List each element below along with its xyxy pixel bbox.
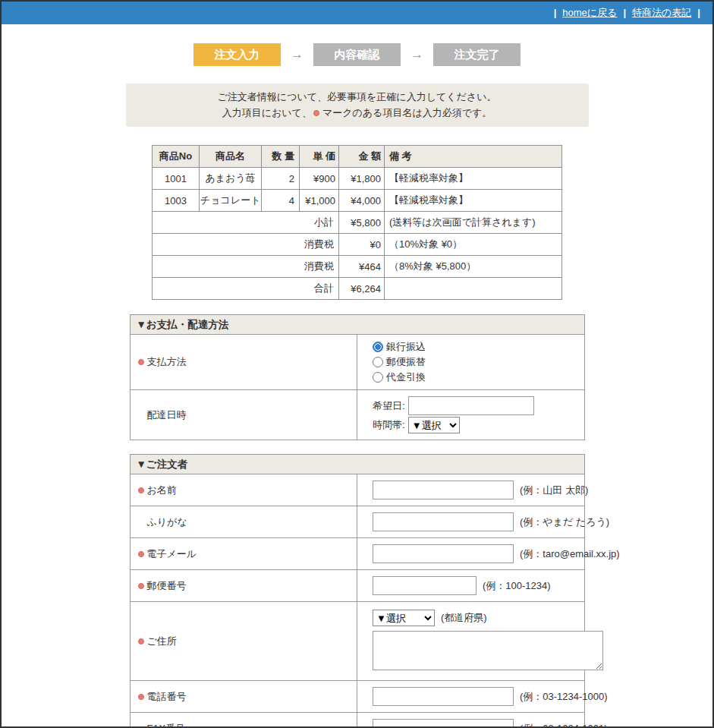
summary-label: 消費税	[153, 256, 339, 278]
step-order-input: 注文入力	[193, 43, 281, 66]
summary-amount: ¥5,800	[339, 212, 385, 234]
summary-amount: ¥464	[339, 256, 385, 278]
order-item-row: 1003チョコレート4¥1,000¥4,000【軽減税率対象】	[153, 190, 562, 212]
item-qty: 4	[262, 190, 300, 212]
address-cell: ▼選択(都道府県)	[357, 602, 585, 681]
furigana-label: ふりがな	[130, 506, 357, 538]
summary-label: 消費税	[153, 234, 339, 256]
step-arrow-icon: →	[410, 47, 423, 62]
radio-button[interactable]	[373, 357, 383, 367]
separator: |	[697, 7, 700, 18]
payment-option-label: 代金引換	[386, 370, 426, 385]
email-cell: (例：taro@email.xx.jp)	[357, 538, 585, 570]
required-mark-icon	[138, 487, 144, 493]
summary-label: 合計	[153, 278, 339, 300]
fax-label: FAX番号	[130, 713, 357, 728]
postal-label: 郵便番号	[130, 570, 357, 602]
name-cell: (例：山田 太郎)	[357, 474, 585, 506]
name-example-hint: (例：山田 太郎)	[520, 484, 588, 497]
postal-cell: (例：100-1234)	[357, 570, 585, 602]
summary-note: （8%対象 ¥5,800）	[385, 256, 562, 278]
address-textarea[interactable]	[373, 631, 603, 670]
step-arrow-icon: →	[291, 47, 304, 62]
link-tokushoho[interactable]: 特商法の表記	[632, 7, 691, 18]
payment-method-label: 支払方法	[130, 335, 357, 390]
payment-option-label: 銀行振込	[386, 339, 426, 355]
notice-line2: 入力項目において、マークのある項目名は入力必須です。	[126, 105, 589, 121]
step-indicator: 注文入力 → 内容確認 → 注文完了	[2, 43, 712, 66]
radio-button[interactable]	[373, 342, 383, 352]
email-label: 電子メール	[130, 538, 357, 570]
order-col-header: 商品No	[153, 146, 200, 168]
payment-option-label: 郵便振替	[386, 355, 426, 370]
order-summary-row: 合計¥6,264	[153, 278, 562, 300]
time-slot-select[interactable]: ▼選択	[408, 417, 460, 433]
order-summary-row: 小計¥5,800(送料等は次画面で計算されます)	[153, 212, 562, 234]
orderer-row-fax: FAX番号(例：03-1234-1001)	[130, 713, 584, 728]
email-input[interactable]	[373, 544, 514, 563]
prefecture-select[interactable]: ▼選択	[373, 610, 435, 626]
fax-example-hint: (例：03-1234-1001)	[520, 722, 608, 728]
name-label: お名前	[130, 474, 357, 506]
orderer-row-address: ご住所▼選択(都道府県)	[130, 602, 584, 681]
orderer-row-name: お名前(例：山田 太郎)	[130, 474, 584, 506]
postal-example-hint: (例：100-1234)	[483, 579, 551, 593]
radio-button[interactable]	[373, 372, 383, 383]
phone-input[interactable]	[373, 687, 514, 706]
order-table-header-row: 商品No商品名数 量単 価金 額備 考	[153, 146, 562, 168]
item-unit-price: ¥1,000	[300, 190, 339, 212]
payment-options-cell: 銀行振込郵便振替代金引換	[357, 335, 585, 390]
prefecture-hint: (都道府県)	[441, 611, 487, 625]
section-header-row: ▼お支払・配達方法	[130, 315, 584, 335]
required-mark-icon	[138, 583, 144, 589]
order-col-header: 金 額	[339, 146, 385, 168]
item-amount: ¥4,000	[339, 190, 385, 212]
item-qty: 2	[262, 168, 300, 190]
separator: |	[554, 7, 557, 18]
top-bar: |homeに戻る|特商法の表記|	[2, 2, 712, 24]
item-note: 【軽減税率対象】	[385, 190, 562, 212]
section-title-payment: ▼お支払・配達方法	[130, 315, 584, 335]
time-slot-label: 時間帯:	[373, 418, 405, 432]
item-no: 1001	[153, 168, 200, 190]
furigana-input[interactable]	[373, 512, 514, 531]
fax-input[interactable]	[373, 719, 514, 728]
address-label: ご住所	[130, 602, 357, 681]
item-no: 1003	[153, 190, 200, 212]
payment-method-row: 支払方法 銀行振込郵便振替代金引換	[130, 335, 584, 390]
summary-amount: ¥6,264	[339, 278, 385, 300]
payment-delivery-table: ▼お支払・配達方法 支払方法 銀行振込郵便振替代金引換 配達日時 希望日: 時間…	[130, 314, 585, 440]
item-note: 【軽減税率対象】	[385, 168, 562, 190]
payment-option: 代金引換	[373, 370, 578, 385]
orderer-table: ▼ご注文者 お名前(例：山田 太郎)ふりがな(例：やまだ たろう)電子メール(例…	[130, 454, 585, 728]
link-home[interactable]: homeに戻る	[562, 7, 617, 18]
postal-input[interactable]	[373, 576, 477, 595]
delivery-datetime-label: 配達日時	[130, 390, 357, 440]
item-amount: ¥1,800	[339, 168, 385, 190]
payment-option: 銀行振込	[373, 339, 578, 355]
order-summary-row: 消費税¥0（10%対象 ¥0）	[153, 234, 562, 256]
required-mark-icon	[138, 359, 144, 365]
delivery-datetime-row: 配達日時 希望日: 時間帯: ▼選択	[130, 390, 584, 440]
summary-amount: ¥0	[339, 234, 385, 256]
name-input[interactable]	[373, 481, 514, 500]
required-mark-icon	[138, 551, 144, 557]
orderer-row-phone: 電話番号(例：03-1234-1000)	[130, 681, 584, 713]
preferred-date-input[interactable]	[408, 396, 534, 415]
delivery-datetime-cell: 希望日: 時間帯: ▼選択	[357, 390, 585, 440]
summary-note	[385, 278, 562, 300]
section-title-orderer: ▼ご注文者	[130, 455, 584, 474]
item-name: あまおう苺	[200, 168, 262, 190]
summary-note: （10%対象 ¥0）	[385, 234, 562, 256]
required-mark-icon	[138, 638, 144, 644]
notice-box: ご注文者情報について、必要事項を正確に入力してください。 入力項目において、マー…	[126, 84, 589, 127]
orderer-row-email: 電子メール(例：taro@email.xx.jp)	[130, 538, 584, 570]
summary-note: (送料等は次画面で計算されます)	[385, 212, 562, 234]
summary-label: 小計	[153, 212, 339, 234]
phone-example-hint: (例：03-1234-1000)	[520, 690, 608, 704]
order-col-header: 数 量	[262, 146, 300, 168]
phone-label: 電話番号	[130, 681, 357, 713]
section-header-row: ▼ご注文者	[130, 455, 584, 474]
page: |homeに戻る|特商法の表記| 注文入力 → 内容確認 → 注文完了 ご注文者…	[2, 2, 712, 728]
item-unit-price: ¥900	[300, 168, 339, 190]
